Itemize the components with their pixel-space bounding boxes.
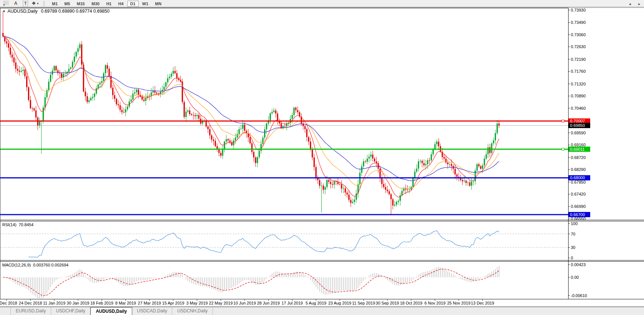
svg-text:0.00423: 0.00423 [571,262,586,267]
timeframe-m30[interactable]: M30 [89,1,102,7]
date-label: 5 Dec 2018 [0,301,17,305]
chart-ohlc-values: 0.69789 0.69890 0.69774 0.69850 [41,9,110,14]
svg-text:0.72630: 0.72630 [571,44,586,49]
timeframe-toolbar: M1M5M15M30H1H4D1W1MN [49,0,165,7]
svg-text:0.69160: 0.69160 [571,143,586,147]
date-label: 17 Jul 2019 [282,301,303,305]
svg-text:100: 100 [571,221,578,226]
date-label: 18 Feb 2019 [90,301,114,305]
svg-text:0.72190: 0.72190 [571,57,586,62]
svg-text:0.70007: 0.70007 [570,119,585,123]
date-label: 3 May 2019 [186,301,208,305]
text-label-box: T [23,1,28,6]
collapse-caret-icon[interactable]: ▼ [3,10,6,13]
svg-text:0.66550: 0.66550 [571,216,586,221]
date-label: 30 Jan 2019 [67,301,90,305]
date-label: 11 Jan 2019 [43,301,65,305]
arrows-glyph: ❖ [32,1,36,6]
timeframe-w1[interactable]: W1 [139,1,152,7]
svg-text:0.71760: 0.71760 [571,69,586,74]
chart-canvas[interactable]: 0.739300.734900.730600.726300.721900.717… [0,0,644,307]
svg-text:0: 0 [571,256,573,260]
fibonacci-icon[interactable]: F [2,0,10,6]
svg-text:0.73060: 0.73060 [571,32,586,37]
date-label: 18 Oct 2019 [400,301,422,305]
chart-tab-usdcnh[interactable]: USDCNH,Daily [172,307,213,315]
timeframe-m15[interactable]: M15 [74,1,88,7]
svg-text:0.69011: 0.69011 [570,147,585,152]
svg-text:0.73930: 0.73930 [571,8,586,12]
svg-text:0.68720: 0.68720 [571,155,586,160]
chart-title: ▼AUDUSD,Daily0.69789 0.69890 0.69774 0.6… [3,9,109,14]
date-label: 28 Jun 2019 [257,301,280,305]
date-label: 10 Jun 2019 [233,301,256,305]
svg-text:0.00: 0.00 [571,275,579,280]
svg-text:0.67850: 0.67850 [571,180,586,184]
arrows-icon[interactable]: ❖ ▾ [31,0,39,6]
date-label: 24 Dec 2018 [19,301,42,305]
macd-label: MACD(12,26,9)0.003760 0.002694 [2,263,68,267]
date-label: 8 Mar 2019 [115,301,136,305]
date-label: 30 Sep 2019 [376,301,399,305]
hline-handle[interactable] [562,148,564,150]
timeframe-mn[interactable]: MN [152,1,164,7]
date-label: 11 Sep 2019 [352,301,375,305]
timeframe-d1[interactable]: D1 [127,1,139,7]
rsi-name: RSI(14) [2,222,16,227]
chart-symbol-label: AUDUSD,Daily [7,9,38,14]
hline-handle[interactable] [562,120,564,122]
chart-tabbar: EURUSD,DailyUSDCHF,DailyAUDUSD,DailyUSDC… [0,307,644,315]
svg-text:F: F [3,3,5,6]
date-label: 25 Nov 2019 [447,301,470,305]
svg-text:30: 30 [571,245,575,250]
date-label: 15 Apr 2019 [162,301,184,305]
timeframe-h4[interactable]: H4 [115,1,126,7]
svg-text:70: 70 [571,232,575,236]
macd-name: MACD(12,26,9) [2,263,31,267]
svg-text:0.69590: 0.69590 [571,131,586,135]
date-label: 27 Mar 2019 [138,301,161,305]
toolbar-grip[interactable] [43,1,45,6]
rsi-value: 70.8454 [19,222,34,227]
macd-values: 0.003760 0.002694 [33,263,68,267]
date-label: 23 Aug 2019 [328,301,352,305]
chart-tab-eurusd[interactable]: EURUSD,Daily [10,307,51,315]
svg-text:0.73490: 0.73490 [571,20,586,25]
svg-text:0.66700: 0.66700 [570,212,585,217]
chart-tab-usdcad[interactable]: USDCAD,Daily [132,307,173,315]
rsi-label: RSI(14)70.8454 [2,222,34,227]
svg-text:0.70890: 0.70890 [571,94,586,98]
date-label: 13 Dec 2019 [471,301,494,305]
tab-scroll-arrows: ◄ ► [623,2,641,6]
text-label-icon[interactable]: T [22,0,29,6]
fibonacci-grid-glyph: F [3,0,9,6]
toolbar: F A T ❖ ▾ M1M5M15M30H1H4D1W1MN [0,0,644,7]
svg-text:0.71320: 0.71320 [571,82,586,86]
date-label: 5 Aug 2019 [306,301,326,305]
svg-text:0.68000: 0.68000 [570,175,585,180]
date-label: 6 Nov 2019 [424,301,445,305]
svg-text:0.69850: 0.69850 [570,123,585,128]
chart-tab-audusd[interactable]: AUDUSD,Daily [90,307,132,315]
tab-scroll-right-icon[interactable]: ► [638,2,641,6]
tab-scroll-left-icon[interactable]: ◄ [628,2,632,6]
date-label: 22 May 2019 [209,301,233,305]
timeframe-m5[interactable]: M5 [61,1,73,7]
timeframe-m1[interactable]: M1 [49,1,61,7]
timeframe-h1[interactable]: H1 [103,1,114,7]
svg-text:-0.00610: -0.00610 [571,293,587,298]
svg-text:0.67420: 0.67420 [571,192,586,196]
mt4-window: 0.739300.734900.730600.726300.721900.717… [0,0,644,315]
svg-text:0.70460: 0.70460 [571,106,586,110]
text-icon[interactable]: A [12,0,19,6]
arrows-dropdown-caret[interactable]: ▾ [37,2,38,5]
svg-text:0.66990: 0.66990 [571,204,586,209]
svg-text:0.68290: 0.68290 [571,167,586,172]
chart-tab-usdchf[interactable]: USDCHF,Daily [51,307,91,315]
